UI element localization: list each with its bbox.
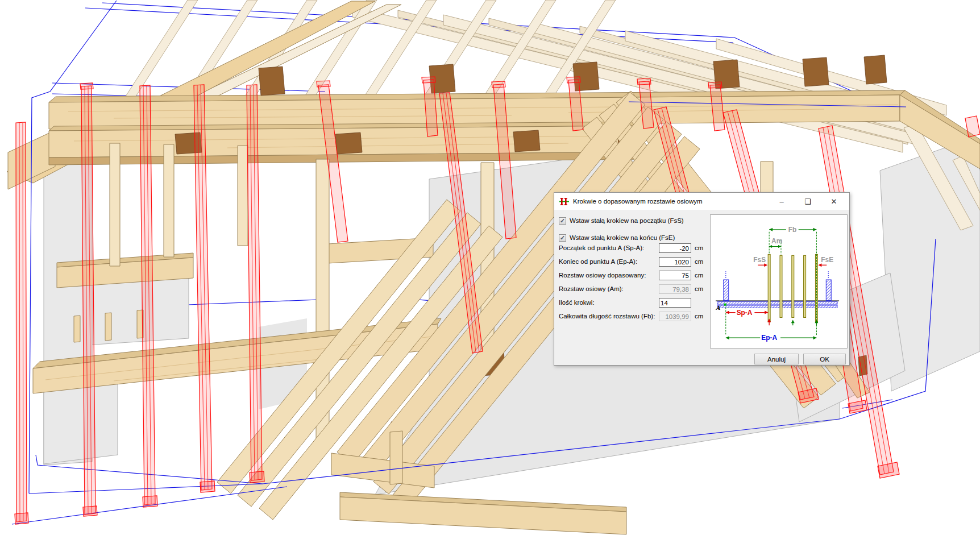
unit-rozstaw-dopasowany: cm (695, 272, 703, 279)
field-label-ilosc-krokwi: Ilość krokwi: (559, 299, 595, 306)
checkbox-row-fss[interactable]: ✓ Wstaw stałą krokiew na początku (FsS) (559, 217, 684, 225)
minimize-button[interactable]: – (773, 193, 790, 210)
unit-rozstaw-am: cm (695, 285, 703, 292)
diagram-label-fse: FsE (821, 256, 833, 264)
diagram-label-fss: FsS (753, 256, 766, 264)
field-rozstaw-am (659, 284, 691, 294)
unit-dlugosc-fb: cm (695, 313, 703, 320)
diagram-label-fb: Fb (788, 226, 797, 234)
field-dlugosc-fb (659, 312, 691, 321)
diagram-label-sp-a: Sp-A (737, 309, 753, 317)
dialog-title: Krokwie o dopasowanym rozstawie osiowym (573, 198, 703, 205)
rafter-spacing-icon (559, 197, 569, 206)
checkbox-row-fse[interactable]: ✓ Wstaw stałą krokiew na końcu (FsE) (559, 234, 675, 242)
diagram-label-ep-a: Ep-A (761, 334, 777, 342)
diagram-label-a: A (715, 305, 720, 311)
cancel-button[interactable]: Anuluj (754, 354, 799, 364)
checkbox-fss-label: Wstaw stałą krokiew na początku (FsS) (570, 217, 684, 224)
field-sp-a[interactable] (659, 243, 691, 253)
field-label-dlugosc-fb: Całkowita długość rozstawu (Fb): (559, 313, 655, 320)
dialog-window[interactable]: Krokwie o dopasowanym rozstawie osiowym … (554, 192, 850, 366)
ok-button[interactable]: OK (803, 354, 846, 364)
wall-left-lower (44, 382, 118, 464)
diagram-label-am: Am (771, 237, 782, 245)
field-ep-a[interactable] (659, 257, 691, 267)
field-rozstaw-dopasowany[interactable] (659, 271, 691, 280)
checkbox-fse-label: Wstaw stałą krokiew na końcu (FsE) (570, 234, 675, 241)
field-label-ep-a: Koniec od punktu A (Ep-A): (559, 258, 637, 265)
maximize-button[interactable]: ❑ (799, 193, 816, 210)
checkbox-fss[interactable]: ✓ (559, 217, 566, 225)
field-ilosc-krokwi[interactable] (659, 298, 691, 308)
close-button[interactable]: ✕ (825, 193, 842, 210)
field-label-rozstaw-am: Rozstaw osiowy (Am): (559, 285, 624, 292)
field-label-rozstaw-dopasowany: Rozstaw osiowy dopasowany: (559, 272, 646, 279)
unit-sp-a: cm (695, 244, 703, 251)
field-label-sp-a: Początek od punktu A (Sp-A): (559, 244, 644, 251)
dialog-titlebar[interactable]: Krokwie o dopasowanym rozstawie osiowym … (554, 193, 849, 210)
checkbox-fse[interactable]: ✓ (559, 234, 566, 242)
unit-ep-a: cm (695, 258, 703, 265)
spacing-diagram: Fb Am FsS FsE A Sp-A Ep-A (710, 214, 848, 349)
